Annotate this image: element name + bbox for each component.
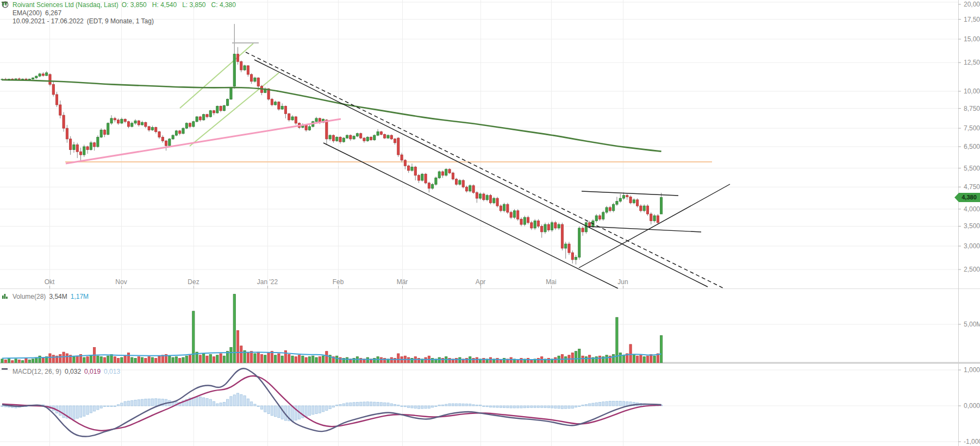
volume-bars-icon bbox=[2, 294, 9, 300]
svg-text:6,500: 6,500 bbox=[964, 143, 980, 150]
macd-legend: MACD(12, 26, 9) 0,032 0,019 0,013 bbox=[2, 368, 120, 376]
svg-text:2,500: 2,500 bbox=[964, 266, 980, 273]
downchannel-lower[interactable] bbox=[323, 143, 618, 288]
chart-canvas[interactable]: 20,00017,50015,00012,50010,0008,7507,500… bbox=[0, 0, 980, 446]
svg-text:20,000: 20,000 bbox=[964, 1, 980, 8]
macd-signal-value: 0,019 bbox=[84, 368, 101, 376]
svg-text:12,500: 12,500 bbox=[964, 59, 980, 66]
close-value: C: 4,380 bbox=[211, 1, 236, 9]
downtrend-dashed[interactable] bbox=[246, 52, 723, 288]
price-panel[interactable] bbox=[1, 24, 730, 288]
svg-text:15,000: 15,000 bbox=[964, 35, 980, 43]
svg-text:3,000: 3,000 bbox=[964, 242, 980, 250]
macd-value: 0,032 bbox=[65, 368, 81, 376]
svg-text:Apr: Apr bbox=[476, 278, 486, 286]
svg-text:Dez: Dez bbox=[188, 278, 199, 286]
svg-text:Mär: Mär bbox=[397, 278, 408, 286]
date-range-detail: (EDT, 9 Monate, 1 Tag) bbox=[87, 17, 154, 26]
candles bbox=[1, 24, 663, 265]
svg-text:Okt: Okt bbox=[45, 278, 55, 286]
svg-text:Mai: Mai bbox=[546, 278, 556, 286]
gridlines bbox=[0, 0, 958, 446]
volume-legend: Volume(28) 3,54M 1,17M bbox=[2, 293, 89, 301]
last-price-badge: 4,380 bbox=[954, 193, 980, 202]
svg-text:Nov: Nov bbox=[115, 278, 127, 286]
svg-text:8,750: 8,750 bbox=[964, 105, 980, 112]
low-value: L: 3,850 bbox=[182, 1, 205, 9]
price-axis[interactable]: 20,00017,50015,00012,50010,0008,7507,500… bbox=[958, 1, 980, 445]
instrument-title: Roivant Sciences Ltd (Nasdaq, Last) bbox=[13, 1, 118, 9]
date-range: 10.09.2021 - 17.06.2022 bbox=[13, 17, 84, 26]
svg-text:17,500: 17,500 bbox=[964, 16, 980, 23]
ema200-line[interactable] bbox=[2, 80, 661, 152]
svg-text:1,000: 1,000 bbox=[964, 366, 980, 374]
macd-signal-line[interactable] bbox=[2, 376, 661, 431]
clock-icon bbox=[2, 18, 9, 25]
volume-legend-row[interactable]: Volume(28) 3,54M 1,17M bbox=[2, 293, 89, 301]
svg-text:4,000: 4,000 bbox=[964, 205, 980, 213]
svg-text:5,500: 5,500 bbox=[964, 165, 980, 172]
macd-legend-row[interactable]: MACD(12, 26, 9) 0,032 0,019 0,013 bbox=[2, 368, 120, 376]
last-price-value: 4,380 bbox=[962, 193, 977, 202]
instrument-legend-row[interactable]: Roivant Sciences Ltd (Nasdaq, Last) O: 3… bbox=[2, 1, 241, 9]
svg-text:0,000: 0,000 bbox=[964, 402, 980, 410]
svg-text:10,000: 10,000 bbox=[964, 87, 980, 95]
ema-line-icon bbox=[2, 10, 9, 17]
volume-ma-value: 1,17M bbox=[71, 293, 89, 301]
svg-text:Jan '22: Jan '22 bbox=[257, 278, 278, 286]
svg-text:7,500: 7,500 bbox=[964, 124, 980, 132]
macd-line-icon bbox=[2, 369, 9, 375]
volume-label: Volume(28) bbox=[13, 293, 46, 301]
macd-hist-value: 0,013 bbox=[104, 368, 120, 376]
chart-window: 20,00017,50015,00012,50010,0008,7507,500… bbox=[0, 0, 980, 446]
volume-value: 3,54M bbox=[49, 293, 67, 301]
svg-text:3,500: 3,500 bbox=[964, 222, 980, 230]
instrument-legend: Roivant Sciences Ltd (Nasdaq, Last) O: 3… bbox=[2, 1, 241, 26]
svg-text:Feb: Feb bbox=[333, 278, 344, 286]
high-value: H: 4,540 bbox=[152, 1, 177, 9]
channel-green-upper[interactable] bbox=[180, 43, 253, 108]
svg-text:-1,000: -1,000 bbox=[964, 438, 980, 445]
macd-panel-group[interactable] bbox=[1, 368, 663, 436]
time-axis[interactable]: OktNovDezJan '22FebMärAprMaiJun bbox=[45, 278, 628, 288]
date-range-row: 10.09.2021 - 17.06.2022 (EDT, 9 Monate, … bbox=[2, 17, 241, 26]
ema-legend-row[interactable]: EMA(200) 6,267 bbox=[2, 9, 241, 17]
ema-label: EMA(200) bbox=[13, 9, 42, 17]
open-value: O: 3,850 bbox=[122, 1, 147, 9]
svg-text:Jun: Jun bbox=[617, 278, 628, 286]
ohlc-values: O: 3,850H: 4,540L: 3,850C: 4,380 bbox=[122, 1, 241, 9]
svg-text:4,750: 4,750 bbox=[964, 183, 980, 191]
ema-value: 6,267 bbox=[45, 9, 61, 17]
svg-text:5,00M: 5,00M bbox=[964, 321, 980, 328]
macd-label: MACD(12, 26, 9) bbox=[13, 368, 61, 376]
range-resistance[interactable] bbox=[582, 191, 678, 196]
volume-panel[interactable] bbox=[1, 294, 663, 363]
